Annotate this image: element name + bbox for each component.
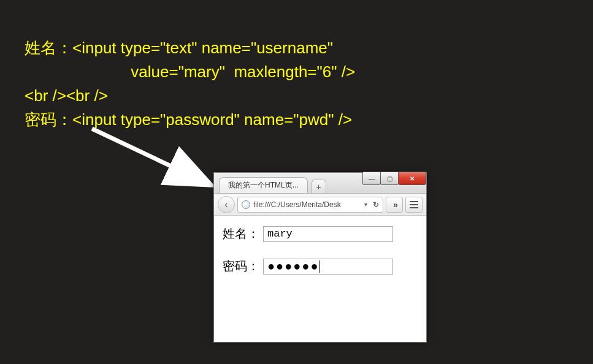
new-tab-button[interactable]: + [312, 180, 326, 193]
password-mask: ●●●●●● [267, 259, 319, 273]
username-row: 姓名： [223, 226, 418, 242]
password-row: 密码： ●●●●●● [223, 258, 418, 275]
page-content: 姓名： 密码： ●●●●●● [214, 216, 426, 300]
username-input[interactable] [263, 226, 393, 242]
svg-line-1 [92, 129, 209, 184]
username-label: 姓名： [223, 226, 259, 242]
password-label: 密码： [223, 258, 259, 275]
text-cursor [319, 260, 319, 273]
plus-icon: + [316, 182, 321, 192]
browser-window: — ▢ ✕ 我的第一个HTML页... + ‹ file:///C:/Users… [213, 172, 427, 343]
nav-bar: ‹ file:///C:/Users/Merita/Desk ▾ ↻ » [214, 194, 426, 216]
tab-title: 我的第一个HTML页... [228, 181, 299, 189]
tab-strip: 我的第一个HTML页... + [219, 177, 326, 193]
code-snippet: 姓名：<input type="text" name="username" va… [25, 12, 355, 132]
close-button[interactable]: ✕ [398, 172, 426, 185]
password-input[interactable]: ●●●●●● [263, 259, 393, 275]
url-text: file:///C:/Users/Merita/Desk [253, 200, 361, 209]
code-line-3: <br /><br /> [25, 86, 108, 105]
reload-icon: ↻ [373, 200, 379, 209]
url-bar[interactable]: file:///C:/Users/Merita/Desk ▾ ↻ [237, 197, 383, 213]
menu-button[interactable] [405, 197, 423, 213]
window-controls: — ▢ ✕ [363, 172, 426, 185]
chevrons-icon: » [393, 200, 396, 210]
globe-icon [242, 200, 250, 209]
code-line-1: 姓名：<input type="text" name="username" [25, 39, 333, 57]
overflow-button[interactable]: » [386, 197, 403, 213]
chevron-left-icon: ‹ [224, 199, 228, 210]
minimize-icon: — [369, 175, 375, 182]
dropdown-icon: ▾ [364, 201, 367, 208]
titlebar: — ▢ ✕ 我的第一个HTML页... + [214, 173, 426, 194]
hamburger-icon [410, 201, 418, 208]
arrow-icon [86, 123, 227, 196]
close-icon: ✕ [410, 175, 415, 182]
maximize-icon: ▢ [387, 175, 392, 182]
maximize-button[interactable]: ▢ [380, 172, 399, 185]
code-line-2: value="mary" maxlength="6" /> [25, 63, 355, 81]
browser-tab[interactable]: 我的第一个HTML页... [219, 177, 308, 193]
minimize-button[interactable]: — [362, 172, 381, 185]
back-button[interactable]: ‹ [218, 196, 235, 213]
